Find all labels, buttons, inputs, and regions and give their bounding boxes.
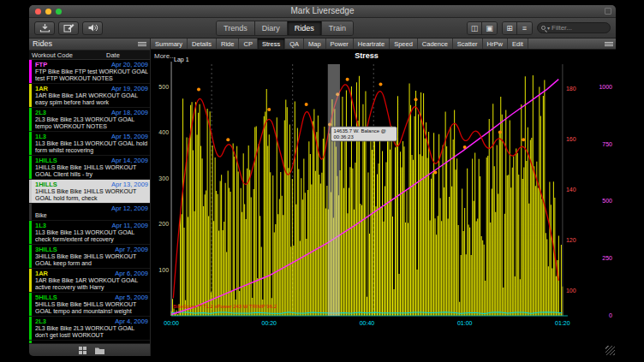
ride-row[interactable]: 1ARApr 6, 20091AR Bike Bike 1AR WORKOUT … (29, 269, 150, 293)
ride-row[interactable]: 1L3Apr 11, 20091L3 Bike Bike 1L3 WORKOUT… (29, 221, 150, 245)
svg-text:500: 500 (158, 84, 169, 90)
list-view-icon[interactable]: ≡ (517, 22, 532, 34)
tile-view-icon[interactable]: ⊞ (503, 22, 517, 34)
ride-desc: FTP Bike Bike FTP test WORKOUT GOAL test… (35, 68, 148, 82)
folder-icon[interactable] (95, 342, 104, 356)
filter-input[interactable] (552, 24, 606, 32)
app-tab-train[interactable]: Train (322, 21, 353, 35)
view-tab-hrpw[interactable]: HrPw (483, 39, 508, 49)
ride-desc: 2L3 Bike Bike 2L3 WORKOUT GOAL tempo WOR… (35, 116, 148, 130)
ride-list[interactable]: FTPApr 20, 2009FTP Bike Bike FTP test WO… (29, 60, 150, 343)
search-icon (541, 26, 546, 30)
view-tab-speed[interactable]: Speed (390, 39, 418, 49)
ride-desc: 2L3 Bike Bike 2L3 WORKOUT GOAL don't get… (35, 325, 148, 339)
ride-row[interactable]: 1HILLSApr 13, 20091HILLS Bike Bike 1HILL… (29, 180, 150, 204)
svg-text:00:40: 00:40 (360, 320, 375, 326)
view-tab-stress[interactable]: Stress (258, 39, 285, 49)
svg-text:00:20: 00:20 (261, 320, 277, 326)
thumbnails-icon[interactable] (79, 342, 86, 356)
ride-desc: 5HILLS Bike Bike 5HILLS WORKOUT GOAL tem… (35, 301, 148, 315)
ride-color-strip (29, 60, 32, 83)
ride-color-strip (29, 156, 32, 179)
resize-grip[interactable] (605, 346, 615, 355)
view-tab-cadence[interactable]: Cadence (418, 39, 453, 49)
view-tab-scatter[interactable]: Scatter (453, 39, 483, 49)
app-tab-diary[interactable]: Diary (255, 21, 288, 35)
fullscreen-icon[interactable] (605, 8, 611, 15)
column-header-workout-code[interactable]: Workout Code (32, 51, 106, 59)
svg-text:14635.7 W. Balance @: 14635.7 W. Balance @ (333, 128, 386, 134)
ride-date: Apr 7, 2009 (115, 246, 148, 253)
close-button[interactable] (35, 9, 41, 15)
app-tab-trends[interactable]: Trends (217, 21, 255, 35)
view-tab-edit[interactable]: Edit (508, 39, 528, 49)
sidebar: Rides Workout Code Date FTPApr 20, 2009F… (29, 39, 151, 356)
sidebar-menu-icon[interactable] (138, 42, 146, 46)
compose-activity-button[interactable] (58, 21, 79, 35)
ride-date: Apr 11, 2009 (112, 222, 148, 229)
ride-desc: Bike (35, 212, 148, 219)
view-tab-map[interactable]: Map (304, 39, 326, 49)
ride-color-strip (29, 317, 32, 340)
view-tab-qa[interactable]: QA (285, 39, 304, 49)
zoom-button[interactable] (56, 9, 62, 15)
svg-text:300: 300 (158, 175, 169, 181)
download-icon (39, 23, 51, 33)
column-header-date[interactable]: Date (106, 51, 147, 59)
download-activity-button[interactable] (34, 21, 55, 35)
view-tab-power[interactable]: Power (326, 39, 354, 49)
ride-desc: 3HILLS Bike Bike 3HILLS WORKOUT GOAL kee… (35, 253, 148, 267)
chevron-down-icon: ▾ (547, 26, 550, 31)
ride-date: Apr 3, 2009 (115, 341, 148, 343)
single-view-icon[interactable]: ▣ (482, 22, 497, 34)
app-tab-rides[interactable]: Rides (288, 21, 322, 35)
view-tab-ride[interactable]: Ride (217, 39, 239, 49)
ride-row[interactable]: 2L3Apr 18, 20092L3 Bike Bike 2L3 WORKOUT… (29, 108, 150, 132)
audio-button[interactable] (82, 21, 103, 35)
ride-desc: 1L3 Bike Bike 1L3 WORKOUT GOAL hold form… (35, 140, 148, 154)
ride-row[interactable]: FTPApr 20, 2009FTP Bike Bike FTP test WO… (29, 60, 150, 84)
ride-row[interactable]: 1HILLSApr 14, 20091HILLS Bike Bike 1HILL… (29, 156, 150, 180)
ride-row[interactable]: 1L3Apr 15, 20091L3 Bike Bike 1L3 WORKOUT… (29, 132, 150, 156)
app-tab-bar: TrendsDiaryRidesTrain (216, 21, 354, 36)
ride-color-strip (29, 84, 32, 107)
ride-row[interactable]: Apr 12, 2009Bike (29, 204, 150, 221)
ride-row[interactable]: 5HILLSApr 5, 20095HILLS Bike Bike 5HILLS… (29, 293, 150, 317)
ride-color-strip (29, 204, 32, 220)
view-tab-heartrate[interactable]: Heartrate (354, 39, 390, 49)
workout-code: 2L3 (35, 317, 115, 325)
workout-code: 1AR (35, 85, 111, 92)
ride-row[interactable]: 1ARApr 19, 20091AR Bike Bike 1AR WORKOUT… (29, 84, 150, 108)
ride-date: Apr 5, 2009 (115, 294, 148, 301)
svg-text:01:00: 01:00 (457, 320, 473, 326)
ride-date: Apr 14, 2009 (111, 157, 148, 164)
ride-date: Apr 15, 2009 (111, 133, 148, 140)
stress-chart[interactable]: More... Stress 1002003004005001001201401… (151, 50, 616, 356)
ride-date: Apr 12, 2009 (111, 205, 148, 212)
view-tab-summary[interactable]: Summary (151, 39, 188, 49)
ride-row[interactable]: 3HILLSApr 7, 20093HILLS Bike Bike 3HILLS… (29, 245, 150, 269)
sidebar-header[interactable]: Rides (29, 39, 150, 50)
split-view-icon[interactable]: ◫ (468, 22, 482, 34)
ride-desc: 1L3 Bike Bike 1L3 WORKOUT GOAL check for… (35, 229, 148, 243)
workout-code: 1AR (35, 270, 115, 277)
workout-code: 1HILLS (35, 181, 111, 188)
minimize-button[interactable] (45, 9, 51, 15)
filter-field[interactable]: ▾ (537, 22, 611, 33)
workout-code: 1HILLS (35, 157, 111, 164)
view-menu-icon[interactable] (605, 42, 613, 46)
ride-date: Apr 6, 2009 (115, 270, 148, 277)
ride-list-column-headers[interactable]: Workout Code Date (29, 50, 150, 60)
titlebar[interactable]: Mark Liversedge (29, 5, 616, 18)
svg-text:400: 400 (158, 129, 169, 135)
ride-desc: 1AR Bike Bike 1AR WORKOUT GOAL easy spim… (35, 92, 148, 106)
view-tab-cp[interactable]: CP (239, 39, 257, 49)
ride-row[interactable]: 2L3Apr 4, 20092L3 Bike Bike 2L3 WORKOUT … (29, 317, 150, 341)
stress-plot[interactable]: 1002003004005001001201401601800250500750… (151, 50, 616, 356)
toolbar: TrendsDiaryRidesTrain ◫ ▣ ⊞ ≡ ▾ (29, 18, 616, 39)
view-tab-details[interactable]: Details (188, 39, 217, 49)
ride-color-strip (29, 341, 32, 343)
ride-row[interactable]: 1L3Apr 3, 20091L3 Bike Bike 1L3 WORKOUT (29, 341, 150, 343)
svg-text:01:20: 01:20 (555, 320, 570, 326)
svg-text:100: 100 (566, 288, 576, 294)
